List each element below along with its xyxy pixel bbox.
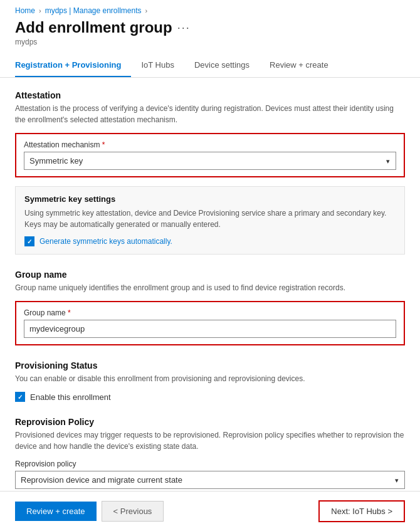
reprovision-policy-select[interactable]: Reprovision device and migrate current s… (15, 471, 405, 489)
tab-registration[interactable]: Registration + Provisioning (15, 54, 131, 77)
breadcrumb-sep-2: › (145, 7, 148, 14)
group-name-label: Group name * (24, 308, 396, 317)
group-name-group: Group name * (15, 301, 405, 345)
required-star-group: * (66, 308, 71, 317)
enable-enrollment-row: Enable this enrollment (15, 392, 405, 402)
group-name-desc: Group name uniquely identifies the enrol… (15, 282, 405, 293)
tab-iothubs[interactable]: IoT Hubs (131, 54, 184, 77)
attestation-section: Attestation Attestation is the process o… (15, 90, 405, 255)
more-options-icon[interactable]: ··· (177, 21, 191, 34)
reprovision-desc: Provisioned devices may trigger requests… (15, 429, 405, 452)
provisioning-status-desc: You can enable or disable this enrollmen… (15, 373, 405, 384)
attestation-mechanism-select[interactable]: Symmetric key X.509 certificates TPM (24, 152, 396, 170)
main-content: Attestation Attestation is the process o… (0, 78, 420, 531)
reprovision-title: Reprovision Policy (15, 417, 405, 427)
provisioning-status-title: Provisioning Status (15, 360, 405, 371)
breadcrumb-sep-1: › (39, 7, 41, 14)
provisioning-status-section: Provisioning Status You can enable or di… (15, 360, 405, 402)
page-subtitle: mydps (15, 38, 405, 46)
page-title: Add enrollment group (15, 19, 172, 36)
attestation-mechanism-label: Attestation mechanism * (24, 140, 396, 149)
breadcrumb: Home › mydps | Manage enrollments › (0, 0, 420, 19)
previous-button[interactable]: < Previous (102, 501, 164, 522)
review-create-button[interactable]: Review + create (15, 502, 97, 521)
generate-keys-checkbox[interactable] (24, 236, 34, 246)
reprovision-section: Reprovision Policy Provisioned devices m… (15, 417, 405, 489)
breadcrumb-mydps[interactable]: mydps | Manage enrollments (45, 6, 142, 15)
enable-enrollment-label: Enable this enrollment (30, 392, 111, 402)
attestation-desc: Attestation is the process of verifying … (15, 103, 405, 125)
group-name-section: Group name Group name uniquely identifie… (15, 270, 405, 345)
generate-keys-label: Generate symmetric keys automatically. (39, 237, 172, 246)
tab-bar: Registration + Provisioning IoT Hubs Dev… (0, 54, 420, 78)
attestation-mechanism-select-wrapper: Symmetric key X.509 certificates TPM ▾ (24, 152, 396, 170)
required-star-attestation: * (100, 140, 105, 149)
enable-enrollment-checkbox[interactable] (15, 392, 25, 402)
bottom-nav: Review + create < Previous Next: IoT Hub… (0, 491, 420, 531)
reprovision-select-wrapper: Reprovision device and migrate current s… (15, 471, 405, 489)
group-name-title: Group name (15, 270, 405, 280)
generate-keys-row: Generate symmetric keys automatically. (24, 236, 396, 246)
symmetric-key-title: Symmetric key settings (24, 194, 396, 204)
attestation-mechanism-group: Attestation mechanism * Symmetric key X.… (15, 133, 405, 177)
reprovision-policy-label: Reprovision policy (15, 460, 405, 468)
tab-device-settings[interactable]: Device settings (184, 54, 260, 77)
symmetric-key-settings-box: Symmetric key settings Using symmetric k… (15, 186, 405, 255)
tab-review-create[interactable]: Review + create (260, 54, 339, 77)
breadcrumb-home[interactable]: Home (15, 6, 35, 15)
group-name-input[interactable] (24, 320, 396, 338)
next-iothubs-button[interactable]: Next: IoT Hubs > (318, 500, 405, 522)
symmetric-key-desc: Using symmetric key attestation, device … (24, 208, 396, 230)
page-header: Add enrollment group ··· mydps (0, 19, 420, 54)
attestation-title: Attestation (15, 90, 405, 100)
